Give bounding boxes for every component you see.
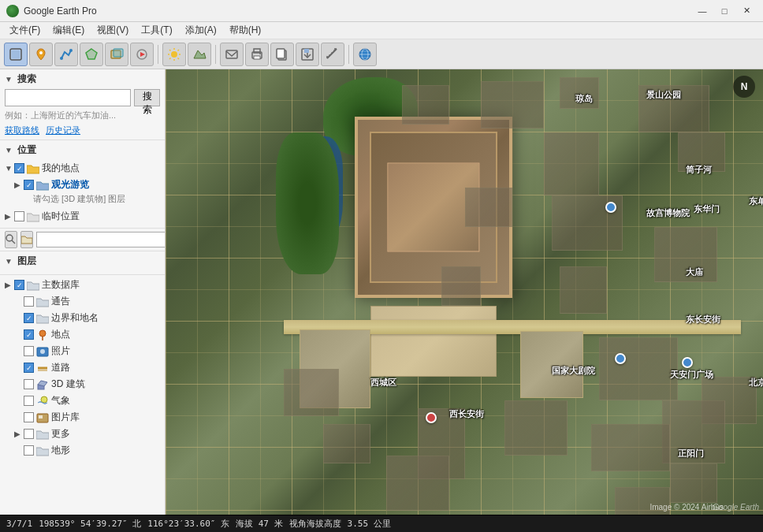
close-button[interactable]: ✕: [736, 3, 757, 19]
layer-item-9[interactable]: ▶更多: [5, 426, 160, 442]
tiananmen-square: [370, 306, 497, 377]
svg-line-15: [169, 50, 171, 51]
layer-item-4[interactable]: 照片: [5, 343, 160, 359]
toolbar-save-btn[interactable]: [296, 43, 319, 66]
layer-item-7[interactable]: 气象: [5, 392, 160, 409]
layer-check-2[interactable]: ✓: [24, 313, 34, 323]
menu-item-view[interactable]: 视图(V): [91, 22, 135, 39]
toolbar-terrain-btn[interactable]: [188, 43, 211, 66]
places-nav-input[interactable]: [36, 232, 166, 247]
svg-marker-47: [36, 299, 49, 307]
search-button[interactable]: 搜索: [134, 89, 160, 106]
poi-marker-2: [615, 353, 626, 364]
search-input[interactable]: [5, 89, 131, 106]
places-search-btn[interactable]: [5, 231, 17, 248]
search-header[interactable]: ▼ 搜索: [5, 73, 160, 86]
search-section: ▼ 搜索 搜索 例如：上海附近的汽车加油... 获取路线 历史记录: [0, 69, 165, 140]
my-places-check[interactable]: ✓: [14, 163, 24, 173]
map-area[interactable]: 琼岛景山公园筒子河东华门东单故宫博物院大庙东长安街西城区西长安街国家大剧院天安门…: [166, 69, 763, 515]
layer-item-3[interactable]: ✓地点: [5, 326, 160, 343]
layer-check-1[interactable]: [24, 296, 34, 307]
city-block-16: [465, 188, 512, 227]
layer-label-5: 道路: [51, 361, 70, 374]
svg-marker-56: [38, 381, 47, 386]
sightseeing-check[interactable]: ✓: [24, 180, 34, 190]
city-block-15: [591, 424, 670, 471]
layers-content[interactable]: ▶✓主数据库通告✓边界和地名✓地点照片✓道路3D 建筑气象图片库▶更多地形: [0, 275, 165, 515]
minimize-button[interactable]: —: [692, 3, 713, 19]
menu-item-file[interactable]: 文件(F): [3, 22, 47, 39]
toolbar-overlay-btn[interactable]: [105, 43, 128, 66]
toolbar-sun-btn[interactable]: [162, 43, 186, 66]
layer-check-0[interactable]: ✓: [14, 280, 24, 290]
layers-header[interactable]: ▼ 图层: [0, 251, 165, 275]
temp-check[interactable]: [14, 211, 24, 221]
layer-label-7: 气象: [51, 394, 70, 407]
svg-rect-1: [12, 50, 20, 58]
titlebar: Google Earth Pro — □ ✕: [0, 0, 763, 22]
places-folder-btn[interactable]: [20, 231, 33, 248]
toolbar-sep-3: [348, 45, 349, 64]
toolbar-globe-btn[interactable]: [353, 43, 377, 66]
svg-point-49: [39, 330, 46, 337]
layer-check-8[interactable]: [24, 412, 34, 422]
city-block-21: [670, 463, 717, 503]
park-west: [276, 132, 339, 274]
toolbar-measure-btn[interactable]: [321, 43, 344, 66]
toolbar-email-btn[interactable]: [220, 43, 244, 66]
layer-check-4[interactable]: [24, 346, 34, 356]
layer-item-6[interactable]: 3D 建筑: [5, 376, 160, 392]
maximize-button[interactable]: □: [714, 3, 735, 19]
layer-check-5[interactable]: ✓: [24, 363, 34, 373]
city-block-20: [386, 456, 449, 511]
menu-item-tools[interactable]: 工具(T): [135, 22, 178, 39]
get-route-btn[interactable]: 获取路线: [5, 125, 39, 136]
places-title: 位置: [17, 143, 36, 157]
layer-item-5[interactable]: ✓道路: [5, 359, 160, 376]
toolbar-sep-2: [215, 45, 216, 64]
toolbar-print-btn[interactable]: [245, 43, 269, 66]
layer-item-2[interactable]: ✓边界和地名: [5, 310, 160, 326]
toolbar-record-btn[interactable]: [130, 43, 154, 66]
svg-point-2: [39, 51, 43, 54]
status-date: 3/7/1: [6, 519, 32, 529]
toolbar-path-btn[interactable]: [54, 43, 78, 66]
layer-check-3[interactable]: ✓: [24, 329, 34, 340]
toolbar-polygon-btn[interactable]: [80, 43, 103, 66]
app-icon: [6, 5, 19, 17]
sightseeing-item[interactable]: ▶ ✓ 观光游览: [5, 177, 160, 193]
history-btn[interactable]: 历史记录: [46, 125, 80, 136]
toolbar-placemark-btn[interactable]: [29, 43, 53, 66]
layer-check-7[interactable]: [24, 396, 34, 406]
svg-marker-45: [21, 236, 32, 244]
temp-places-item[interactable]: ▶ 临时位置: [5, 208, 160, 225]
main-area: ▼ 搜索 搜索 例如：上海附近的汽车加油... 获取路线 历史记录 ▼ 位置 ▼: [0, 69, 763, 515]
layer-item-8[interactable]: 图片库: [5, 409, 160, 426]
layer-check-9[interactable]: [24, 429, 34, 439]
layer-item-1[interactable]: 通告: [5, 293, 160, 310]
layer-label-9: 更多: [51, 427, 70, 441]
layer-icon-10: [36, 445, 49, 457]
toolbar-copy-btn[interactable]: [270, 43, 294, 66]
layer-icon-2: [36, 312, 49, 325]
city-block-2: [481, 81, 544, 128]
toolbar-select-btn[interactable]: [4, 43, 28, 66]
menu-item-add[interactable]: 添加(A): [179, 22, 223, 39]
expand-icon: ▶: [5, 281, 14, 289]
city-block-10: [638, 85, 709, 132]
layer-check-10[interactable]: [24, 445, 34, 456]
layer-item-10[interactable]: 地形: [5, 442, 160, 459]
menu-item-edit[interactable]: 编辑(E): [47, 22, 91, 39]
places-header[interactable]: ▼ 位置: [5, 143, 160, 157]
menu-item-help[interactable]: 帮助(H): [223, 22, 268, 39]
places-section: ▼ 位置 ▼ ✓ 我的地点 ▶ ✓ 观光游览: [0, 140, 165, 229]
layer-check-6[interactable]: [24, 379, 34, 389]
my-places-item[interactable]: ▼ ✓ 我的地点: [5, 160, 160, 177]
layer-icon-7: [36, 395, 49, 407]
folder-icon: [27, 162, 39, 175]
npc-building: [520, 331, 583, 398]
status-lon: 116°23′33.60″ 东: [147, 518, 229, 530]
svg-line-18: [169, 58, 171, 59]
city-block-8: [504, 400, 568, 456]
layer-item-0[interactable]: ▶✓主数据库: [5, 277, 160, 293]
